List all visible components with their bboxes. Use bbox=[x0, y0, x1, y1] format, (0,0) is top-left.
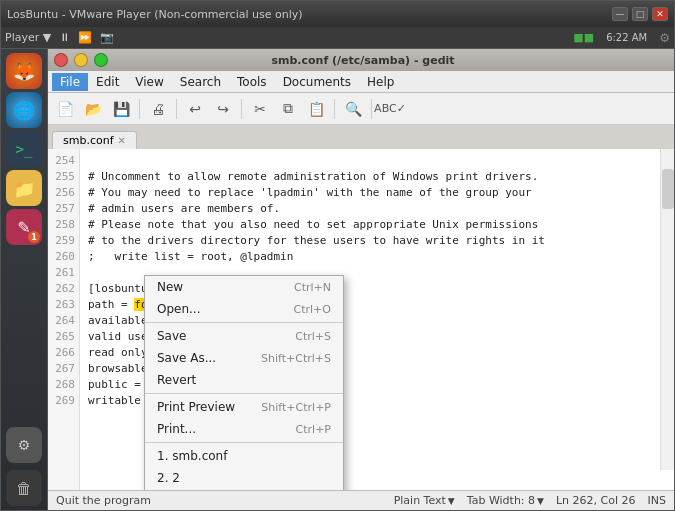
dock-icon-files[interactable]: 📁 bbox=[6, 170, 42, 206]
status-ins: INS bbox=[648, 494, 666, 507]
code-line-257: # Please note that you also need to set … bbox=[88, 218, 538, 231]
gedit-min-btn[interactable] bbox=[74, 53, 88, 67]
code-line-255: # You may need to replace 'lpadmin' with… bbox=[88, 186, 532, 199]
vm-minimize[interactable]: — bbox=[612, 7, 628, 21]
menu-sep2 bbox=[145, 393, 343, 394]
toolbar-spell[interactable]: ABC✓ bbox=[377, 96, 403, 122]
menu-revert[interactable]: Revert bbox=[145, 369, 343, 391]
toolbar-find[interactable]: 🔍 bbox=[340, 96, 366, 122]
vm-settings-icon[interactable]: ⚙ bbox=[659, 31, 670, 45]
scrollbar[interactable] bbox=[660, 149, 674, 470]
menu-sep3 bbox=[145, 442, 343, 443]
gedit-window: smb.conf (/etc/samba) - gedit File Edit … bbox=[47, 49, 674, 510]
menu-view[interactable]: View bbox=[127, 73, 171, 91]
code-line-269 bbox=[88, 410, 95, 423]
code-line-256: # admin users are members of. bbox=[88, 202, 280, 215]
toolbar-sep3 bbox=[241, 99, 242, 119]
toolbar-sep4 bbox=[334, 99, 335, 119]
position-label: Ln 262, Col 26 bbox=[556, 494, 636, 507]
status-plain-text[interactable]: Plain Text ▼ bbox=[394, 494, 455, 507]
toolbar-paste[interactable]: 📋 bbox=[303, 96, 329, 122]
vm-controls: — □ ✕ bbox=[612, 7, 668, 21]
menu-print-preview[interactable]: Print Preview Shift+Ctrl+P bbox=[145, 396, 343, 418]
menu-edit[interactable]: Edit bbox=[88, 73, 127, 91]
toolbar-print[interactable]: 🖨 bbox=[145, 96, 171, 122]
toolbar-save[interactable]: 💾 bbox=[108, 96, 134, 122]
tab-label: smb.conf bbox=[63, 134, 114, 147]
dock-icon-firefox[interactable]: 🦊 bbox=[6, 53, 42, 89]
file-menu-dropdown[interactable]: New Ctrl+N Open... Ctrl+O Save Ctrl+S bbox=[144, 275, 344, 490]
code-line-258: # to the drivers directory for these use… bbox=[88, 234, 545, 247]
vm-titlebar: LosBuntu - VMware Player (Non-commercial… bbox=[1, 1, 674, 27]
menu-file[interactable]: File bbox=[52, 73, 88, 91]
editor-area: 254 255 256 257 258 259 260 261 262 263 … bbox=[48, 149, 674, 490]
gedit-menubar: File Edit View Search Tools Documents He… bbox=[48, 71, 674, 93]
status-message: Quit the program bbox=[56, 494, 151, 507]
status-tab-width[interactable]: Tab Width: 8 ▼ bbox=[467, 494, 544, 507]
toolbar-sep5 bbox=[371, 99, 372, 119]
gedit-toolbar: 📄 📂 💾 🖨 ↩ ↪ ✂ ⧉ 📋 🔍 ABC✓ bbox=[48, 93, 674, 125]
tab-smbconf[interactable]: smb.conf ✕ bbox=[52, 131, 137, 149]
tab-width-arrow: ▼ bbox=[537, 496, 544, 506]
vm-toolbar: Player ▼ ⏸ ⏩ 📷 ■■ 6:22 AM ⚙ bbox=[1, 27, 674, 49]
vm-title: LosBuntu - VMware Player (Non-commercial… bbox=[7, 8, 303, 21]
dock-icon-settings[interactable]: ⚙ bbox=[6, 427, 42, 463]
toolbar-cut[interactable]: ✂ bbox=[247, 96, 273, 122]
code-line-259: ; write list = root, @lpadmin bbox=[88, 250, 293, 263]
code-line-260 bbox=[88, 266, 95, 279]
toolbar-sep1 bbox=[139, 99, 140, 119]
dock-icon-gedit[interactable]: ✎ 1 bbox=[6, 209, 42, 245]
toolbar-open[interactable]: 📂 bbox=[80, 96, 106, 122]
vm-player-menu[interactable]: Player ▼ bbox=[5, 31, 51, 44]
menu-print[interactable]: Print... Ctrl+P bbox=[145, 418, 343, 440]
status-position: Ln 262, Col 26 bbox=[556, 494, 636, 507]
tab-close-icon[interactable]: ✕ bbox=[118, 135, 126, 146]
menu-search[interactable]: Search bbox=[172, 73, 229, 91]
toolbar-new[interactable]: 📄 bbox=[52, 96, 78, 122]
vm-status-indicator: ■■ bbox=[573, 31, 594, 44]
line-numbers: 254 255 256 257 258 259 260 261 262 263 … bbox=[48, 149, 80, 490]
menu-tools[interactable]: Tools bbox=[229, 73, 275, 91]
menu-save[interactable]: Save Ctrl+S bbox=[145, 325, 343, 347]
gedit-titlebar: smb.conf (/etc/samba) - gedit bbox=[48, 49, 674, 71]
menu-open[interactable]: Open... Ctrl+O bbox=[145, 298, 343, 320]
toolbar-copy[interactable]: ⧉ bbox=[275, 96, 301, 122]
dock-icon-trash[interactable]: 🗑 bbox=[6, 470, 42, 506]
menu-sep1 bbox=[145, 322, 343, 323]
gedit-max-btn[interactable] bbox=[94, 53, 108, 67]
os-content: 🦊 🌐 >_ 📁 ✎ 1 ⚙ 🗑 smb.conf (/etc/samba) - bbox=[1, 49, 674, 510]
gedit-title: smb.conf (/etc/samba) - gedit bbox=[271, 54, 454, 67]
toolbar-sep2 bbox=[176, 99, 177, 119]
menu-documents[interactable]: Documents bbox=[275, 73, 359, 91]
vm-toolbar-icon1[interactable]: ⏸ bbox=[59, 31, 70, 44]
ins-label: INS bbox=[648, 494, 666, 507]
vm-close[interactable]: ✕ bbox=[652, 7, 668, 21]
tab-width-label: Tab Width: 8 bbox=[467, 494, 535, 507]
dock-icon-terminal[interactable]: >_ bbox=[6, 131, 42, 167]
vm-toolbar-icon3[interactable]: 📷 bbox=[100, 31, 114, 44]
scrollbar-thumb[interactable] bbox=[662, 169, 674, 209]
toolbar-redo[interactable]: ↪ bbox=[210, 96, 236, 122]
gedit-close-btn[interactable] bbox=[54, 53, 68, 67]
status-right: Plain Text ▼ Tab Width: 8 ▼ Ln 262, Col … bbox=[394, 494, 666, 507]
plain-text-arrow: ▼ bbox=[448, 496, 455, 506]
menu-save-as[interactable]: Save As... Shift+Ctrl+S bbox=[145, 347, 343, 369]
tab-bar: smb.conf ✕ bbox=[48, 125, 674, 149]
dock-icon-browser[interactable]: 🌐 bbox=[6, 92, 42, 128]
vm-toolbar-icon2[interactable]: ⏩ bbox=[78, 31, 92, 44]
menu-recent-2[interactable]: 2. 2 bbox=[145, 467, 343, 489]
vm-window: LosBuntu - VMware Player (Non-commercial… bbox=[0, 0, 675, 511]
code-line-254: # Uncomment to allow remote administrati… bbox=[88, 170, 538, 183]
menu-recent-1[interactable]: 1. smb.conf bbox=[145, 445, 343, 467]
vm-clock: 6:22 AM bbox=[606, 32, 647, 43]
dock: 🦊 🌐 >_ 📁 ✎ 1 ⚙ 🗑 bbox=[1, 49, 47, 510]
vm-maximize[interactable]: □ bbox=[632, 7, 648, 21]
status-bar: Quit the program Plain Text ▼ Tab Width:… bbox=[48, 490, 674, 510]
plain-text-label: Plain Text bbox=[394, 494, 446, 507]
menu-new[interactable]: New Ctrl+N bbox=[145, 276, 343, 298]
toolbar-undo[interactable]: ↩ bbox=[182, 96, 208, 122]
menu-help[interactable]: Help bbox=[359, 73, 402, 91]
